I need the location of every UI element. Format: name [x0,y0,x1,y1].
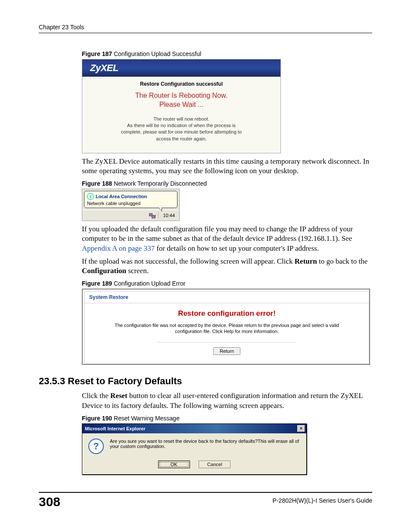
dialog-title: Microsoft Internet Explorer [85,426,146,431]
figure-189-number: Figure 189 [82,280,112,287]
page-number: 308 [39,495,60,509]
restore-error-headline: Restore configuration error! [85,303,369,322]
network-disconnected-icon: ✕ [149,212,156,218]
restore-success-header: Restore Configuration successful [90,81,273,87]
zyxel-brand-bar: ZyXEL [82,59,280,77]
figure-189-title: Configuration Upload Error [112,280,185,287]
paragraph-ip-address: If you uploaded the default configuratio… [82,224,372,253]
info-icon: i [87,193,94,200]
cancel-button[interactable]: Cancel [199,460,230,468]
running-header: Chapter 23 Tools [39,24,372,33]
figure-190-caption: Figure 190 Reset Warning Message [82,415,372,422]
restore-error-message: The configuration file was not accepted … [85,322,369,335]
figure-188-screenshot: i Local Area Connection Network cable un… [82,189,180,221]
figure-190-screenshot: Microsoft Internet Explorer × ? Are you … [82,423,307,475]
figure-188-title: Network Temporarily Disconnected [112,180,207,187]
balloon-message: Network cable unplugged [87,201,174,206]
paragraph-reset-instructions: Click the Reset button to clear all user… [82,391,372,410]
reboot-message: The Router Is Rebooting Now. Please Wait… [90,91,273,109]
figure-187-screenshot: ZyXEL Restore Configuration successful T… [82,59,281,153]
tray-balloon: i Local Area Connection Network cable un… [84,191,177,208]
figure-189-caption: Figure 189 Configuration Upload Error [82,280,372,287]
page-footer: 308 P-2802H(W)(L)-I Series User's Guide [39,492,372,509]
figure-188-caption: Figure 188 Network Temporarily Disconnec… [82,180,372,187]
figure-187-title: Configuration Upload Successful [112,50,201,57]
system-restore-panel-title: System Restore [85,292,369,303]
section-heading-reset: 23.5.3 Reset to Factory Defaults [39,376,372,387]
ok-button[interactable]: OK [158,460,190,468]
appendix-a-xref[interactable]: Appendix A on page 337 [82,244,155,252]
figure-190-title: Reset Warning Message [112,415,180,422]
return-button[interactable]: Return [213,347,240,355]
close-icon[interactable]: × [297,425,305,432]
tray-clock: 10:44 [158,212,177,219]
figure-187-number: Figure 187 [82,50,112,57]
dialog-message: Are you sure you want to reset the devic… [110,439,300,449]
system-tray: ✕ 10:44 [82,210,179,221]
zyxel-logo: ZyXEL [90,62,118,74]
dialog-titlebar: Microsoft Internet Explorer × [82,424,306,433]
guide-title: P-2802H(W)(L)-I Series User's Guide [273,497,372,504]
figure-190-number: Figure 190 [82,415,112,422]
paragraph-restart-note: The ZyXEL Device automatically restarts … [82,157,372,176]
question-icon: ? [88,439,104,454]
reboot-note: The router will now reboot. As there wil… [90,116,273,143]
figure-188-number: Figure 188 [82,180,112,187]
balloon-title: Local Area Connection [96,194,147,199]
figure-187-caption: Figure 187 Configuration Upload Successf… [82,50,372,57]
figure-189-screenshot: System Restore Restore configuration err… [82,289,370,365]
paragraph-upload-failed: If the upload was not successful, the fo… [82,257,372,276]
